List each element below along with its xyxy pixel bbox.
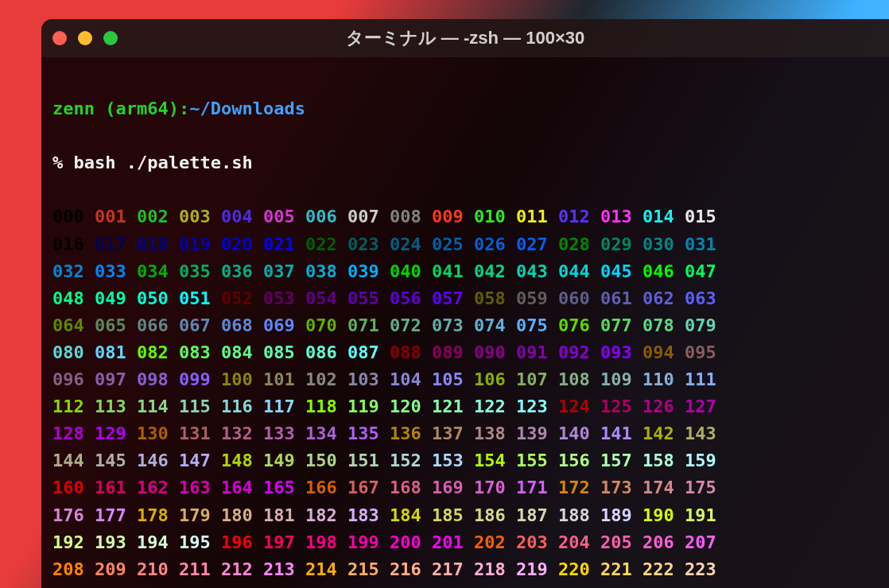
palette-space: [337, 559, 347, 579]
palette-cell-014: 014: [642, 207, 674, 226]
palette-cell-092: 092: [558, 342, 590, 362]
close-icon[interactable]: [52, 31, 67, 45]
palette-cell-211: 211: [179, 559, 211, 579]
palette-cell-021: 021: [263, 234, 295, 254]
palette-cell-112: 112: [52, 397, 84, 416]
palette-cell-142: 142: [642, 424, 674, 443]
palette-cell-042: 042: [474, 261, 506, 281]
palette-space: [211, 315, 221, 335]
palette-space: [126, 288, 137, 308]
palette-cell-010: 010: [474, 207, 506, 226]
palette-cell-019: 019: [179, 234, 211, 254]
palette-cell-187: 187: [516, 505, 548, 525]
palette-space: [295, 397, 305, 416]
palette-cell-153: 153: [432, 451, 464, 470]
palette-space: [84, 234, 95, 254]
terminal-content[interactable]: zenn (arm64):~/Downloads % bash ./palett…: [41, 57, 889, 588]
palette-space: [464, 559, 474, 579]
palette-space: [548, 532, 558, 552]
palette-row: 208 209 210 211 212 213 214 215 216 217 …: [52, 556, 881, 583]
palette-row: 016 017 018 019 020 021 022 023 024 025 …: [52, 231, 881, 258]
palette-space: [169, 397, 179, 416]
palette-row: 224 225 226 227 228 229 230 231 232 233 …: [52, 583, 881, 588]
palette-cell-004: 004: [221, 207, 253, 226]
palette-space: [506, 424, 516, 443]
palette-cell-121: 121: [432, 397, 464, 416]
palette-space: [548, 288, 558, 308]
palette-space: [506, 342, 516, 362]
palette-cell-068: 068: [221, 315, 253, 335]
palette-space: [379, 342, 390, 362]
palette-cell-175: 175: [685, 478, 716, 497]
palette-cell-177: 177: [95, 505, 126, 525]
palette-cell-075: 075: [516, 315, 548, 335]
palette-cell-029: 029: [600, 234, 632, 254]
zoom-icon[interactable]: [103, 31, 118, 45]
palette-space: [421, 532, 432, 552]
palette-cell-120: 120: [390, 397, 421, 416]
palette-space: [211, 288, 221, 308]
palette-cell-127: 127: [685, 397, 716, 416]
palette-space: [421, 424, 432, 443]
palette-space: [464, 532, 474, 552]
palette-cell-193: 193: [95, 532, 126, 552]
palette-cell-037: 037: [263, 261, 295, 281]
palette-space: [590, 261, 600, 281]
palette-cell-205: 205: [600, 532, 632, 552]
palette-space: [464, 261, 474, 281]
palette-cell-131: 131: [179, 424, 211, 443]
palette-space: [337, 288, 347, 308]
palette-cell-190: 190: [642, 505, 674, 525]
palette-space: [590, 288, 600, 308]
palette-cell-184: 184: [390, 505, 421, 525]
palette-cell-200: 200: [390, 532, 421, 552]
prompt-line-1: zenn (arm64):~/Downloads: [52, 95, 881, 122]
palette-cell-051: 051: [179, 288, 211, 308]
palette-space: [253, 532, 263, 552]
palette-cell-218: 218: [474, 559, 506, 579]
palette-cell-047: 047: [685, 261, 716, 281]
palette-cell-144: 144: [52, 451, 84, 470]
palette-space: [506, 532, 516, 552]
palette-space: [674, 559, 685, 579]
palette-space: [674, 288, 685, 308]
palette-cell-113: 113: [95, 397, 126, 416]
titlebar[interactable]: ターミナル — -zsh — 100×30: [41, 19, 889, 57]
palette-cell-188: 188: [558, 505, 590, 525]
palette-space: [506, 559, 516, 579]
palette-cell-040: 040: [390, 261, 421, 281]
palette-space: [169, 261, 179, 281]
palette-cell-116: 116: [221, 397, 253, 416]
palette-space: [84, 451, 95, 470]
palette-cell-134: 134: [305, 424, 337, 443]
palette-space: [126, 451, 137, 470]
palette-space: [169, 342, 179, 362]
palette-space: [379, 315, 390, 335]
palette-space: [464, 234, 474, 254]
palette-space: [464, 478, 474, 497]
palette-cell-219: 219: [516, 559, 548, 579]
palette-cell-166: 166: [305, 478, 337, 497]
palette-space: [590, 424, 600, 443]
palette-space: [126, 207, 137, 226]
palette-row: 000 001 002 003 004 005 006 007 008 009 …: [52, 203, 881, 230]
palette-cell-167: 167: [347, 478, 379, 497]
palette-space: [548, 559, 558, 579]
palette-cell-095: 095: [685, 342, 716, 362]
palette-cell-181: 181: [263, 505, 295, 525]
palette-cell-034: 034: [137, 261, 169, 281]
palette-cell-157: 157: [600, 451, 632, 470]
palette-cell-030: 030: [642, 234, 674, 254]
palette-space: [211, 424, 221, 443]
palette-space: [211, 369, 221, 389]
palette-cell-091: 091: [516, 342, 548, 362]
palette-space: [506, 261, 516, 281]
palette-space: [674, 478, 685, 497]
palette-cell-003: 003: [179, 207, 211, 226]
palette-space: [253, 234, 263, 254]
palette-cell-064: 064: [52, 315, 84, 335]
palette-space: [421, 342, 432, 362]
minimize-icon[interactable]: [78, 31, 92, 45]
palette-cell-123: 123: [516, 397, 548, 416]
palette-space: [84, 207, 95, 226]
